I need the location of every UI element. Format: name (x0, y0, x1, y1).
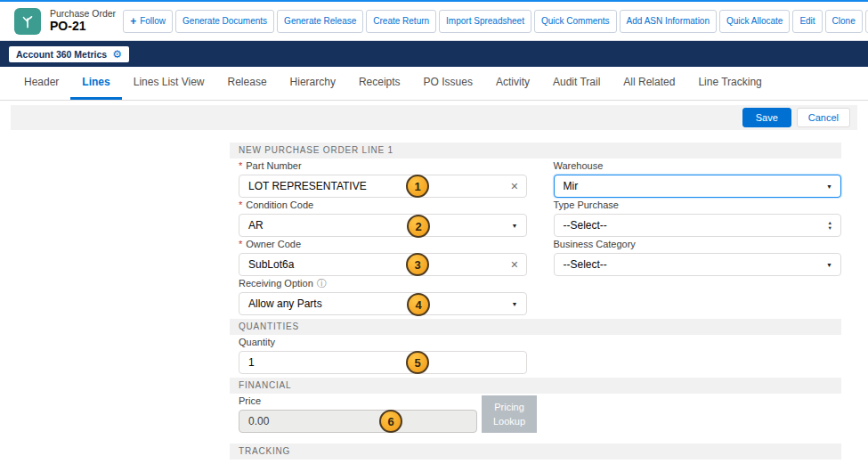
chevron-down-icon: ▼ (512, 223, 518, 229)
condition-code-label-text: Condition Code (246, 199, 313, 211)
owner-code-label: * Owner Code (239, 239, 527, 250)
required-asterisk: * (239, 160, 242, 172)
tab-lines[interactable]: Lines (70, 67, 121, 100)
follow-button[interactable]: + Follow (123, 10, 173, 33)
required-asterisk: * (239, 199, 242, 211)
import-spreadsheet-button[interactable]: Import Spreadsheet (439, 10, 531, 33)
save-button[interactable]: Save (742, 108, 791, 127)
warehouse-label-text: Warehouse (554, 160, 604, 172)
type-purchase-label-text: Type Purchase (554, 199, 619, 211)
business-category-value: --Select-- (564, 258, 607, 271)
section-tracking: TRACKING (230, 444, 841, 460)
info-icon[interactable]: ⓘ (317, 279, 327, 289)
field-quantity: Quantity 5 (239, 335, 527, 374)
quantity-label-text: Quantity (239, 337, 275, 348)
annotation-badge-1: 1 (406, 175, 429, 198)
chevron-down-icon: ▼ (512, 301, 518, 307)
purchase-order-object-icon (14, 8, 41, 35)
price-input (239, 410, 477, 433)
record-labels: Purchase Order PO-21 (50, 8, 116, 33)
form-row-price: Price 6 Pricing Lookup (230, 394, 841, 433)
account-metrics-bar: Account 360 Metrics ⚙ (0, 41, 868, 67)
type-purchase-label: Type Purchase (554, 199, 842, 211)
warehouse-select[interactable]: Mir ▼ (554, 175, 842, 198)
quick-allocate-button[interactable]: Quick Allocate (719, 10, 790, 33)
tab-line-tracking[interactable]: Line Tracking (686, 67, 773, 100)
receiving-option-value: Allow any Parts (248, 297, 322, 310)
generate-release-button[interactable]: Generate Release (277, 10, 363, 33)
annotation-badge-4: 4 (407, 293, 430, 316)
condition-code-value: AR (248, 219, 264, 232)
tab-activity[interactable]: Activity (484, 67, 541, 100)
tab-release[interactable]: Release (216, 67, 279, 100)
chevron-down-icon: ▼ (826, 262, 832, 268)
quick-comments-button[interactable]: Quick Comments (534, 10, 617, 33)
stepper-icon: ▲ ▼ (828, 221, 832, 231)
create-return-button[interactable]: Create Return (366, 10, 436, 33)
business-category-select[interactable]: --Select-- ▼ (554, 253, 842, 276)
condition-code-select[interactable]: AR ▼ 2 (239, 214, 527, 237)
cancel-button[interactable]: Cancel (797, 108, 850, 127)
tab-all-related[interactable]: All Related (612, 67, 686, 100)
required-asterisk: * (239, 239, 242, 250)
annotation-badge-3: 3 (406, 253, 429, 276)
type-purchase-value: --Select-- (564, 219, 607, 232)
section-financial: FINANCIAL (230, 378, 841, 394)
clear-icon[interactable]: ✕ (510, 182, 518, 191)
annotation-badge-2: 2 (407, 215, 430, 238)
account-360-metrics-label: Account 360 Metrics (16, 49, 107, 60)
quantity-input[interactable] (239, 351, 527, 374)
record-tabs: Header Lines Lines List View Release Hie… (0, 67, 868, 101)
warehouse-label: Warehouse (554, 160, 842, 172)
business-category-label-text: Business Category (554, 239, 636, 250)
field-condition-code: * Condition Code AR ▼ 2 (239, 198, 527, 237)
purchase-order-page: Purchase Order PO-21 + Follow Generate D… (0, 0, 868, 464)
edit-button[interactable]: Edit (792, 10, 822, 33)
follow-label: Follow (140, 16, 166, 26)
record-name: PO-21 (50, 19, 116, 33)
stepper-down-icon: ▼ (828, 226, 832, 231)
owner-code-input[interactable] (239, 253, 527, 276)
record-header: Purchase Order PO-21 + Follow Generate D… (0, 0, 868, 41)
tab-hierarchy[interactable]: Hierarchy (279, 67, 347, 100)
tab-lines-list-view[interactable]: Lines List View (122, 67, 216, 100)
form-row-3: * Owner Code ✕ 3 Business Category --Sel… (230, 237, 841, 276)
tab-receipts[interactable]: Receipts (347, 67, 412, 100)
annotation-badge-6: 6 (379, 410, 402, 433)
chevron-down-icon: ▼ (826, 183, 832, 190)
field-warehouse: Warehouse Mir ▼ (554, 159, 842, 198)
plus-icon: + (130, 15, 136, 28)
warehouse-value: Mir (564, 180, 579, 192)
field-part-number: * Part Number ✕ 1 (239, 159, 527, 198)
tab-audit-trail[interactable]: Audit Trail (541, 67, 612, 100)
receiving-option-label: Receiving Option ⓘ (239, 278, 527, 289)
price-label: Price (239, 395, 477, 407)
type-purchase-select[interactable]: --Select-- ▲ ▼ (554, 214, 842, 237)
part-number-label-text: Part Number (246, 160, 301, 172)
business-category-label: Business Category (554, 239, 842, 250)
form-row-1: * Part Number ✕ 1 Warehouse Mir ▼ (230, 159, 841, 198)
tab-header[interactable]: Header (12, 67, 70, 100)
field-owner-code: * Owner Code ✕ 3 (239, 237, 527, 276)
header-actions: + Follow Generate Documents Generate Rel… (123, 10, 868, 33)
receiving-option-label-text: Receiving Option (239, 278, 313, 289)
generate-documents-button[interactable]: Generate Documents (175, 10, 274, 33)
stepper-up-icon: ▲ (828, 221, 832, 225)
gear-icon[interactable]: ⚙ (112, 49, 122, 60)
receiving-option-select[interactable]: Allow any Parts ▼ 4 (239, 292, 527, 315)
clone-button[interactable]: Clone (825, 10, 863, 33)
form-row-quantity: Quantity 5 (230, 335, 841, 374)
account-360-metrics-chip[interactable]: Account 360 Metrics ⚙ (9, 46, 129, 62)
add-asn-information-button[interactable]: Add ASN Information (620, 10, 717, 33)
condition-code-label: * Condition Code (239, 199, 527, 211)
tab-po-issues[interactable]: PO Issues (412, 67, 484, 100)
quantity-label: Quantity (239, 337, 527, 348)
pricing-lookup-button[interactable]: Pricing Lookup (482, 395, 537, 433)
clear-icon[interactable]: ✕ (510, 260, 518, 270)
annotation-badge-5: 5 (406, 351, 429, 374)
owner-code-label-text: Owner Code (246, 239, 301, 250)
object-label: Purchase Order (50, 8, 116, 19)
form-row-4: Receiving Option ⓘ Allow any Parts ▼ 4 (230, 276, 841, 315)
part-number-input[interactable] (239, 175, 527, 198)
form-row-2: * Condition Code AR ▼ 2 Type Purchase --… (230, 198, 841, 237)
